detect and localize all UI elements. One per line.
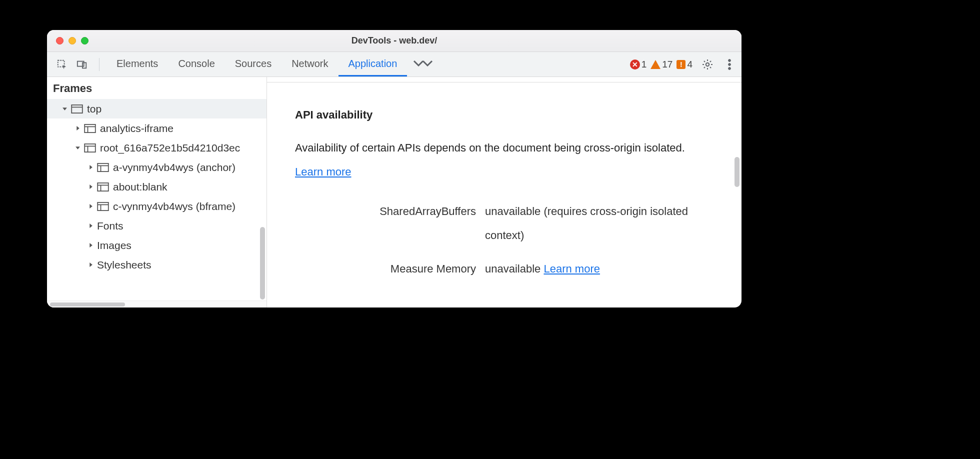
tree-row[interactable]: analytics-iframe <box>47 118 266 138</box>
disclosure-icon[interactable] <box>87 164 94 170</box>
svg-rect-9 <box>84 124 96 132</box>
settings-icon[interactable] <box>700 58 714 72</box>
learn-more-link[interactable]: Learn more <box>295 166 352 178</box>
tab-network[interactable]: Network <box>282 52 338 76</box>
disclosure-icon[interactable] <box>61 106 68 112</box>
tree-row[interactable]: a-vynmy4vb4wys (anchor) <box>47 158 266 177</box>
tree-row[interactable]: about:blank <box>47 177 266 196</box>
kv-key: SharedArrayBuffers <box>295 200 485 224</box>
kv-value: unavailable (requires cross-origin isola… <box>485 200 714 248</box>
tree-label: Stylesheets <box>97 259 152 271</box>
errors-number: 1 <box>642 59 647 70</box>
tree-label: about:blank <box>113 181 168 193</box>
frame-icon <box>84 124 96 133</box>
disclosure-icon[interactable] <box>74 126 81 131</box>
kv-row: SharedArrayBuffersunavailable (requires … <box>295 200 714 248</box>
disclosure-icon[interactable] <box>87 262 94 268</box>
tree-row[interactable]: Fonts <box>47 216 266 236</box>
devtools-window: DevTools - web.dev/ ElementsConsoleSourc… <box>47 30 742 308</box>
disclosure-icon[interactable] <box>87 204 94 209</box>
tab-application[interactable]: Application <box>338 52 408 76</box>
frames-sidebar: Frames topanalytics-iframeroot_616a752e1… <box>47 77 267 308</box>
sidebar-header: Frames <box>47 77 266 99</box>
errors-count[interactable]: ✕ 1 <box>630 59 647 70</box>
tree-row[interactable]: top <box>47 99 266 118</box>
content-vscroll[interactable] <box>734 157 740 187</box>
window-close-button[interactable] <box>56 37 64 44</box>
api-availability-table: SharedArrayBuffersunavailable (requires … <box>295 200 714 281</box>
toolbar-divider <box>99 58 100 71</box>
devtools-toolbar: ElementsConsoleSourcesNetworkApplication… <box>47 52 742 77</box>
tree-label: Images <box>97 240 132 252</box>
svg-rect-15 <box>98 163 108 171</box>
svg-rect-12 <box>84 144 96 152</box>
titlebar: DevTools - web.dev/ <box>47 30 742 52</box>
panel-tabs: ElementsConsoleSourcesNetworkApplication <box>106 52 407 76</box>
warnings-number: 17 <box>662 59 672 70</box>
frame-icon <box>97 182 109 192</box>
svg-point-5 <box>728 63 731 66</box>
disclosure-icon[interactable] <box>74 145 81 150</box>
svg-rect-7 <box>72 104 82 112</box>
window-title: DevTools - web.dev/ <box>47 36 742 46</box>
device-toolbar-icon[interactable] <box>75 58 89 72</box>
tab-sources[interactable]: Sources <box>225 52 282 76</box>
svg-point-6 <box>728 67 731 70</box>
tree-label: analytics-iframe <box>100 122 174 134</box>
svg-rect-18 <box>98 182 108 190</box>
frame-icon <box>97 202 109 211</box>
frame-icon <box>84 144 96 152</box>
frame-icon <box>97 163 109 172</box>
disclosure-icon[interactable] <box>87 242 94 248</box>
tab-console[interactable]: Console <box>168 52 224 76</box>
warnings-count[interactable]: 17 <box>650 59 672 70</box>
tree-label: a-vynmy4vb4wys (anchor) <box>113 162 236 174</box>
description-text: Availability of certain APIs depends on … <box>295 142 685 154</box>
tree-label: Fonts <box>97 220 124 232</box>
tree-row[interactable]: Images <box>47 236 266 255</box>
issue-icon: ! <box>676 60 686 69</box>
issues-count[interactable]: ! 4 <box>676 59 692 70</box>
more-options-icon[interactable] <box>722 58 736 72</box>
section-description: Availability of certain APIs depends on … <box>295 136 714 184</box>
inspect-element-icon[interactable] <box>55 58 69 72</box>
tree-row[interactable]: Stylesheets <box>47 255 266 274</box>
kv-row: Measure Memoryunavailable Learn more <box>295 257 714 281</box>
kv-key: Measure Memory <box>295 257 485 281</box>
disclosure-icon[interactable] <box>87 184 94 190</box>
sidebar-hscroll-thumb[interactable] <box>50 302 125 306</box>
tab-elements[interactable]: Elements <box>106 52 168 76</box>
window-minimize-button[interactable] <box>68 37 76 44</box>
issues-number: 4 <box>687 59 692 70</box>
section-title: API availability <box>295 106 714 123</box>
tree-label: c-vynmy4vb4wys (bframe) <box>113 200 236 212</box>
sidebar-vscroll[interactable] <box>260 227 265 300</box>
svg-point-4 <box>728 59 731 62</box>
warning-icon <box>650 60 660 69</box>
tree-label: root_616a752e1b5d4210d3ec <box>100 142 240 154</box>
tree-row[interactable]: root_616a752e1b5d4210d3ec <box>47 138 266 158</box>
window-maximize-button[interactable] <box>81 37 88 44</box>
frames-tree: topanalytics-iframeroot_616a752e1b5d4210… <box>47 99 266 300</box>
learn-more-link[interactable]: Learn more <box>544 262 600 275</box>
svg-point-3 <box>706 62 709 66</box>
tree-row[interactable]: c-vynmy4vb4wys (bframe) <box>47 196 266 216</box>
window-icon <box>71 104 83 114</box>
svg-rect-2 <box>82 62 86 68</box>
content-panel: API availability Availability of certain… <box>267 77 742 308</box>
error-icon: ✕ <box>630 60 640 70</box>
kv-value: unavailable Learn more <box>485 257 714 281</box>
svg-rect-21 <box>98 202 108 210</box>
disclosure-icon[interactable] <box>87 223 94 228</box>
tree-label: top <box>87 103 102 115</box>
more-tabs-icon[interactable] <box>412 58 434 70</box>
sidebar-hscroll-track[interactable] <box>47 300 266 308</box>
